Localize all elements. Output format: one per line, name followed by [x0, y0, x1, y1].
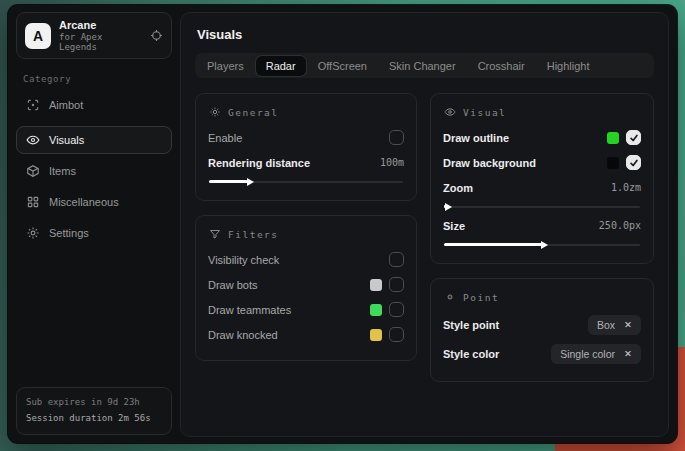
setting-value: 1.0zm — [611, 182, 641, 193]
app-subtitle: for Apex Legends — [59, 32, 142, 52]
crosshair-icon[interactable] — [150, 29, 163, 42]
sidebar-item-items[interactable]: Items — [16, 157, 172, 185]
setting-row-draw-teammates: Draw teammates — [208, 299, 404, 320]
app-name: Arcane — [59, 19, 142, 31]
setting-row-style-color: Style color Single color ✕ — [443, 341, 641, 366]
slider-thumb[interactable] — [209, 180, 248, 183]
setting-row-draw-bots: Draw bots — [208, 274, 404, 295]
tab-players[interactable]: Players — [197, 56, 254, 76]
setting-label: Draw background — [443, 157, 536, 169]
app-window: A Arcane for Apex Legends Category — [8, 5, 677, 443]
funnel-icon — [209, 228, 221, 240]
visibility-check-checkbox[interactable] — [389, 252, 404, 267]
main-panel: Visuals Players Radar OffScreen Skin Cha… — [180, 12, 669, 437]
tab-highlight[interactable]: Highlight — [537, 56, 600, 76]
app-header-card: A Arcane for Apex Legends — [16, 12, 172, 59]
setting-row-zoom: Zoom 1.0zm — [443, 177, 641, 198]
draw-knocked-checkbox[interactable] — [389, 327, 404, 342]
section-title: Visual — [463, 107, 506, 118]
draw-background-checkbox[interactable] — [626, 155, 641, 170]
sidebar-nav: Aimbot Visuals Items — [16, 91, 172, 247]
dot-icon — [444, 291, 456, 303]
draw-teammates-checkbox[interactable] — [389, 302, 404, 317]
section-title: General — [228, 107, 279, 118]
setting-label: Style color — [443, 348, 499, 360]
setting-row-rendering-distance: Rendering distance 100m — [208, 152, 404, 173]
aimbot-crosshair-icon — [26, 98, 40, 112]
sidebar-item-aimbot[interactable]: Aimbot — [16, 91, 172, 119]
color-swatch[interactable] — [370, 304, 382, 316]
visual-section: Visual Draw outline Draw background — [430, 93, 654, 264]
page-title: Visuals — [197, 27, 654, 42]
session-duration-text: Session duration 2m 56s — [26, 411, 162, 426]
point-section-header: Point — [444, 291, 641, 303]
tab-skin-changer[interactable]: Skin Changer — [379, 56, 466, 76]
sidebar-item-label: Miscellaneous — [49, 196, 119, 208]
setting-label: Size — [443, 220, 465, 232]
sidebar-item-settings[interactable]: Settings — [16, 219, 172, 247]
color-swatch[interactable] — [607, 132, 619, 144]
sub-expires-text: Sub expires in 9d 23h — [26, 395, 162, 410]
subscription-info-card: Sub expires in 9d 23h Session duration 2… — [16, 387, 172, 435]
close-icon[interactable]: ✕ — [624, 349, 632, 359]
app-meta: Arcane for Apex Legends — [59, 19, 142, 52]
tab-offscreen[interactable]: OffScreen — [308, 56, 377, 76]
tab-crosshair[interactable]: Crosshair — [468, 56, 535, 76]
setting-label: Visibility check — [208, 254, 279, 266]
setting-label: Zoom — [443, 182, 473, 194]
color-swatch[interactable] — [370, 279, 382, 291]
draw-bots-checkbox[interactable] — [389, 277, 404, 292]
settings-columns: General Enable Rendering distance 100m — [195, 93, 654, 382]
point-section: Point Style point Box ✕ Style color Sing… — [430, 278, 654, 382]
settings-gear-icon — [26, 226, 40, 240]
general-section-header: General — [209, 106, 404, 118]
rendering-distance-slider[interactable] — [209, 177, 403, 186]
setting-value: 250.0px — [599, 220, 641, 231]
color-swatch[interactable] — [607, 157, 619, 169]
enable-checkbox[interactable] — [389, 130, 404, 145]
slider-thumb[interactable] — [444, 243, 542, 246]
setting-row-size: Size 250.0px — [443, 215, 641, 236]
sidebar-item-visuals[interactable]: Visuals — [16, 126, 172, 154]
sidebar-item-label: Visuals — [49, 134, 84, 146]
selected-option: Single color — [560, 348, 615, 360]
selected-option: Box — [597, 319, 615, 331]
setting-label: Style point — [443, 319, 499, 331]
sidebar: A Arcane for Apex Legends Category — [8, 5, 180, 443]
section-title: Filters — [228, 229, 279, 240]
left-column: General Enable Rendering distance 100m — [195, 93, 417, 361]
setting-row-draw-knocked: Draw knocked — [208, 324, 404, 345]
color-swatch[interactable] — [370, 329, 382, 341]
visuals-eye-icon — [26, 133, 40, 147]
setting-row-draw-outline: Draw outline — [443, 127, 641, 148]
setting-row-visibility-check: Visibility check — [208, 249, 404, 270]
filters-section: Filters Visibility check Draw bots — [195, 215, 417, 361]
misc-grid-icon — [26, 195, 40, 209]
slider-thumb[interactable] — [444, 205, 446, 208]
tab-radar[interactable]: Radar — [256, 56, 306, 76]
app-logo: A — [25, 23, 51, 49]
items-cube-icon — [26, 164, 40, 178]
setting-label: Draw knocked — [208, 329, 278, 341]
right-column: Visual Draw outline Draw background — [430, 93, 654, 382]
setting-label: Rendering distance — [208, 157, 310, 169]
size-slider[interactable] — [444, 240, 640, 249]
setting-label: Draw bots — [208, 279, 258, 291]
slider-track — [444, 206, 640, 208]
draw-outline-checkbox[interactable] — [626, 130, 641, 145]
sidebar-item-label: Settings — [49, 227, 89, 239]
category-label: Category — [23, 74, 172, 84]
close-icon[interactable]: ✕ — [624, 320, 632, 330]
style-point-select[interactable]: Box ✕ — [588, 315, 641, 335]
sidebar-item-miscellaneous[interactable]: Miscellaneous — [16, 188, 172, 216]
zoom-slider[interactable] — [444, 202, 640, 211]
general-section: General Enable Rendering distance 100m — [195, 93, 417, 201]
filters-section-header: Filters — [209, 228, 404, 240]
setting-label: Draw teammates — [208, 304, 291, 316]
setting-row-enable: Enable — [208, 127, 404, 148]
setting-label: Enable — [208, 132, 242, 144]
setting-row-draw-background: Draw background — [443, 152, 641, 173]
sun-icon — [209, 106, 221, 118]
style-color-select[interactable]: Single color ✕ — [551, 344, 641, 364]
visual-section-header: Visual — [444, 106, 641, 118]
